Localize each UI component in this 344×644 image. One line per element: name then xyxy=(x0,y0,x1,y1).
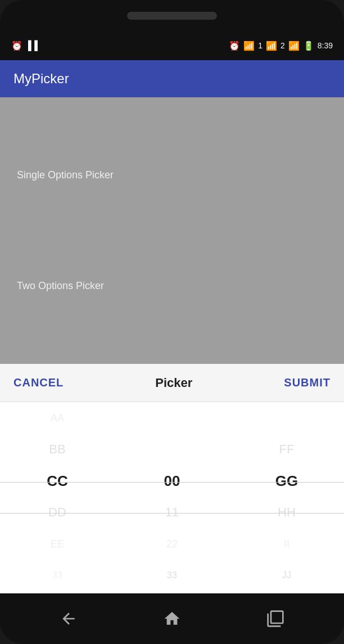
phone-frame: ⏰ ▌▌ ⏰ 📶 1 📶 2 📶 🔋 8:39 MyPicker Single … xyxy=(0,0,344,644)
list-item: GG xyxy=(229,465,344,497)
home-button[interactable] xyxy=(163,610,181,628)
list-item xyxy=(115,402,229,434)
single-options-label: Single Options Picker xyxy=(17,169,327,181)
alarm-icon-right: ⏰ xyxy=(229,40,240,51)
submit-button[interactable]: SUBMIT xyxy=(284,376,331,389)
list-item: JJ xyxy=(229,560,344,591)
list-item: AA xyxy=(0,402,115,434)
wifi-icon: 📶 xyxy=(243,40,255,51)
status-left: ⏰ ▌▌ xyxy=(11,40,41,51)
signal-1-label: 1 xyxy=(258,41,262,50)
picker-title: Picker xyxy=(155,376,192,390)
recent-apps-button[interactable] xyxy=(266,610,284,628)
bottom-sheet: CANCEL Picker SUBMIT AA BB CC DD EE 33 xyxy=(0,364,344,593)
main-area[interactable]: Single Options Picker Two Options Picker xyxy=(0,97,344,364)
list-item: 33 xyxy=(115,560,229,591)
picker-column-2[interactable]: 00 11 22 33 xyxy=(115,402,229,593)
picker-column-3[interactable]: FF GG HH II JJ xyxy=(229,402,344,593)
signal1-icon: 📶 xyxy=(266,40,277,51)
app-title: MyPicker xyxy=(13,71,69,87)
list-item: BB xyxy=(0,434,115,465)
list-item: II xyxy=(229,528,344,560)
notch-bar xyxy=(127,12,217,20)
list-item: 11 xyxy=(115,497,229,528)
app-bar: MyPicker xyxy=(0,60,344,97)
app-content: MyPicker Single Options Picker Two Optio… xyxy=(0,60,344,593)
back-button[interactable] xyxy=(60,610,78,628)
time-label: 8:39 xyxy=(318,41,333,50)
cancel-button[interactable]: CANCEL xyxy=(13,376,64,389)
list-item: 33 xyxy=(0,560,115,591)
nav-bar xyxy=(0,593,344,644)
sheet-header: CANCEL Picker SUBMIT xyxy=(0,364,344,402)
list-item: EE xyxy=(0,528,115,560)
signal2-icon: 📶 xyxy=(288,40,300,51)
picker-column-1[interactable]: AA BB CC DD EE 33 xyxy=(0,402,115,593)
status-right: ⏰ 📶 1 📶 2 📶 🔋 8:39 xyxy=(229,40,333,51)
list-item: FF xyxy=(229,434,344,465)
bar-icon: ▌▌ xyxy=(28,40,41,51)
list-item xyxy=(115,434,229,465)
signal-2-label: 2 xyxy=(280,41,285,50)
status-bar: ⏰ ▌▌ ⏰ 📶 1 📶 2 📶 🔋 8:39 xyxy=(0,31,344,60)
alarm-icon: ⏰ xyxy=(11,40,22,51)
phone-notch xyxy=(0,0,344,31)
list-item: 00 xyxy=(115,465,229,497)
list-item xyxy=(229,402,344,434)
battery-icon: 🔋 xyxy=(303,40,314,51)
two-options-label: Two Options Picker xyxy=(17,280,327,292)
list-item: CC xyxy=(0,465,115,497)
picker-columns: AA BB CC DD EE 33 00 11 22 xyxy=(0,402,344,593)
list-item: 22 xyxy=(115,528,229,560)
list-item: HH xyxy=(229,497,344,528)
picker-container[interactable]: AA BB CC DD EE 33 00 11 22 xyxy=(0,402,344,593)
list-item: DD xyxy=(0,497,115,528)
